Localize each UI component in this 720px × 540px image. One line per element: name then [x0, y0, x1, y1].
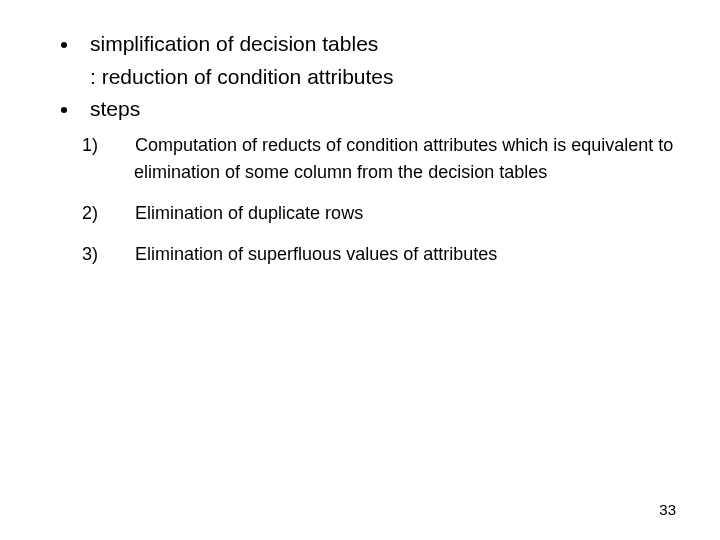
bullet-text: simplification of decision tables [90, 32, 378, 55]
step-number: 2) [108, 200, 130, 227]
top-bullet-list: simplification of decision tables : redu… [40, 28, 680, 268]
step-text: Elimination of superfluous values of att… [135, 244, 497, 264]
step-item: 2) Elimination of duplicate rows [108, 200, 680, 227]
step-text: Computation of reducts of condition attr… [134, 135, 673, 182]
bullet-text: steps [90, 97, 140, 120]
bullet-item: simplification of decision tables : redu… [80, 28, 680, 93]
slide: simplification of decision tables : redu… [0, 0, 720, 540]
steps-list: 1) Computation of reducts of condition a… [90, 132, 680, 268]
step-number: 1) [108, 132, 130, 159]
bullet-subtext: : reduction of condition attributes [90, 61, 680, 94]
step-item: 1) Computation of reducts of condition a… [108, 132, 680, 186]
step-item: 3) Elimination of superfluous values of … [108, 241, 680, 268]
bullet-item: steps 1) Computation of reducts of condi… [80, 93, 680, 268]
step-number: 3) [108, 241, 130, 268]
step-text: Elimination of duplicate rows [135, 203, 363, 223]
page-number: 33 [659, 501, 676, 518]
